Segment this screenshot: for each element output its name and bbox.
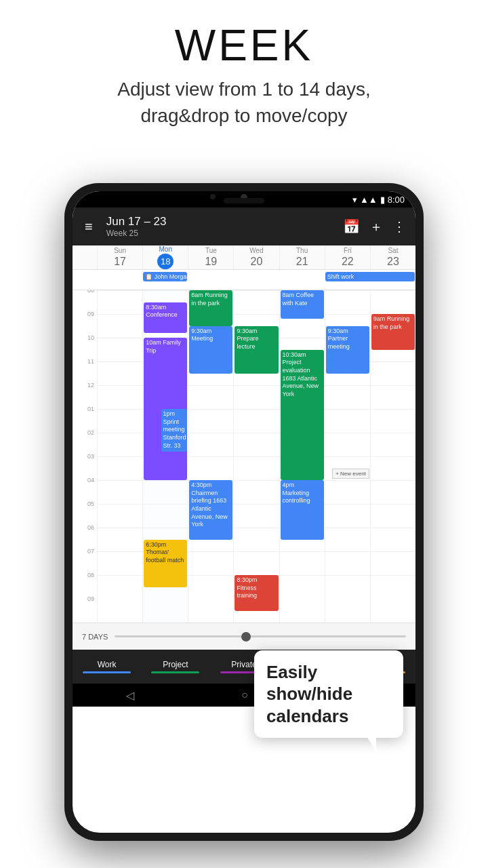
event-text: 9am Running in the park: [373, 315, 410, 330]
event-text: 10am Family Trip: [146, 339, 181, 354]
week-label: Week 25: [106, 229, 336, 238]
day-short: Fri: [344, 247, 352, 255]
page-subtitle: Adjust view from 1 to 14 days,drag&drop …: [27, 76, 461, 129]
time-col-header: [73, 245, 97, 269]
new-event-label: + New event: [336, 471, 366, 477]
event-running-sat[interactable]: 9am Running in the park: [371, 314, 415, 350]
event-text: 8am Coffee with Kate: [283, 292, 314, 307]
status-icons: ▾ ▲▲ ▮ 8:00: [352, 195, 405, 205]
home-icon[interactable]: ○: [241, 689, 248, 701]
event-project[interactable]: 10:30am Project evaluation 1683 Atlantic…: [281, 350, 324, 481]
phone-screen: ▾ ▲▲ ▮ 8:00 ≡ Jun 17 – 23 Week 25 📅 ＋ ⋮: [73, 191, 415, 833]
time-01: 01: [87, 406, 94, 412]
event-text: 8:30pm Fitness training: [237, 576, 257, 599]
time-04: 04: [87, 477, 94, 484]
day-cols: Sun 17 Mon 18 Tue 19 Wed 20 Thu 21: [97, 245, 415, 269]
date-range: Jun 17 – 23: [106, 215, 336, 229]
day-short: Tue: [205, 247, 217, 255]
toggle-project[interactable]: Project: [141, 660, 209, 673]
calendar-icon[interactable]: 📅: [343, 218, 360, 235]
day-col-thu: 8am Coffee with Kate 10:30am Project eva…: [279, 290, 325, 623]
calendar-grid: 08 09 10 11 12 01 02 03 04 05 06 07 08 0…: [73, 290, 415, 623]
day-short: Mon: [159, 245, 171, 254]
toolbar-actions: 📅 ＋ ⋮: [343, 218, 406, 236]
day-short: Wed: [249, 247, 263, 255]
day-short: Thu: [296, 247, 308, 255]
event-text: 4:30pm Chairmen briefing 1663 Atlantic A…: [191, 481, 227, 528]
event-text: 9:30am Partner meeting: [328, 328, 350, 350]
day-short: Sat: [388, 247, 398, 255]
day-num-20: 20: [251, 255, 263, 268]
page-title: WEEK: [27, 20, 461, 71]
event-text: 8:30am Conference: [146, 304, 178, 319]
more-icon[interactable]: ⋮: [392, 218, 406, 235]
allday-row: 📋 John Morgan Shift work: [73, 270, 415, 290]
event-running[interactable]: 8am Running in the park: [189, 290, 232, 326]
day-header-mon: Mon 18: [142, 245, 188, 269]
time-03: 03: [87, 453, 94, 460]
event-fitness[interactable]: 8:30pm Fitness training: [235, 575, 278, 611]
battery-icon: ▮: [380, 195, 385, 205]
allday-cols: 📋 John Morgan Shift work: [97, 270, 415, 290]
allday-event-shiftwork[interactable]: Shift work: [325, 272, 415, 281]
event-conference[interactable]: 8:30am Conference: [144, 302, 187, 334]
time-07: 07: [87, 548, 94, 555]
phone-speaker: [224, 198, 264, 203]
day-col-sun: [97, 290, 142, 623]
allday-event-john[interactable]: 📋 John Morgan: [143, 272, 187, 281]
signal-icon: ▲▲: [360, 195, 378, 205]
toggle-private-label: Private: [231, 660, 256, 669]
toggle-work[interactable]: Work: [73, 660, 141, 673]
event-lecture[interactable]: 9:30am Prepare lecture: [235, 326, 278, 374]
tooltip-bubble: Easilyshow/hidecalendars: [254, 650, 403, 738]
day-num-21: 21: [296, 255, 308, 268]
day-col-wed: 9:30am Prepare lecture 8:30pm Fitness tr…: [233, 290, 279, 623]
toggle-project-label: Project: [163, 660, 188, 669]
day-header-fri: Fri 22: [325, 245, 370, 269]
toggle-work-bar: [83, 671, 131, 673]
phone-frame: ▾ ▲▲ ▮ 8:00 ≡ Jun 17 – 23 Week 25 📅 ＋ ⋮: [64, 183, 424, 841]
toggle-work-label: Work: [98, 660, 117, 669]
event-text: 8am Running in the park: [191, 292, 228, 307]
menu-icon[interactable]: ≡: [82, 216, 96, 237]
time-10: 10: [87, 334, 94, 341]
event-sprint[interactable]: 1pm Sprint meeting Stanford Str. 33: [161, 409, 188, 452]
event-meeting[interactable]: 9:30am Meeting: [189, 326, 232, 374]
day-num-19: 19: [205, 255, 217, 268]
back-icon[interactable]: ◁: [126, 689, 134, 702]
time-11: 11: [87, 358, 94, 365]
allday-event-text: Shift work: [327, 273, 354, 280]
days-area: 8:30am Conference 10am Family Trip 1pm S…: [97, 290, 415, 623]
time-09: 09: [87, 311, 94, 317]
time-08: 08: [87, 290, 94, 294]
event-coffee[interactable]: 8am Coffee with Kate: [281, 290, 324, 319]
tooltip-text: Easilyshow/hidecalendars: [266, 661, 391, 728]
day-header-wed: Wed 20: [233, 245, 279, 269]
days-slider[interactable]: [115, 635, 406, 637]
day-header-sun: Sun 17: [97, 245, 142, 269]
add-icon[interactable]: ＋: [369, 218, 383, 236]
day-short: Sun: [114, 247, 126, 255]
time-06: 06: [87, 524, 94, 531]
event-text: 6:30pm Thomas' football match: [146, 541, 184, 564]
event-marketing[interactable]: 4pm Marketing controlling: [281, 480, 324, 540]
event-text: 9:30am Meeting: [191, 328, 213, 342]
wifi-icon: ▾: [352, 195, 357, 205]
toggle-project-bar: [151, 671, 199, 673]
slider-thumb[interactable]: [241, 632, 251, 642]
day-header-sat: Sat 23: [370, 245, 415, 269]
day-num-22: 22: [342, 255, 354, 268]
toolbar-title: Jun 17 – 23 Week 25: [106, 215, 336, 238]
app-toolbar: ≡ Jun 17 – 23 Week 25 📅 ＋ ⋮: [73, 208, 415, 245]
day-col-fri: 9:30am Partner meeting + New event: [325, 290, 370, 623]
event-partner[interactable]: 9:30am Partner meeting: [326, 326, 369, 374]
time-12: 12: [87, 382, 94, 389]
day-col-mon: 8:30am Conference 10am Family Trip 1pm S…: [142, 290, 188, 623]
event-football[interactable]: 6:30pm Thomas' football match: [144, 540, 187, 587]
event-text: 4pm Marketing controlling: [283, 481, 310, 504]
new-event-button[interactable]: + New event: [332, 469, 369, 479]
allday-event-text: 📋 John Morgan: [145, 273, 187, 280]
event-text: 1pm Sprint meeting Stanford Str. 33: [163, 410, 186, 449]
event-chairmen[interactable]: 4:30pm Chairmen briefing 1663 Atlantic A…: [189, 480, 232, 540]
event-text: 10:30am Project evaluation 1683 Atlantic…: [283, 351, 319, 397]
